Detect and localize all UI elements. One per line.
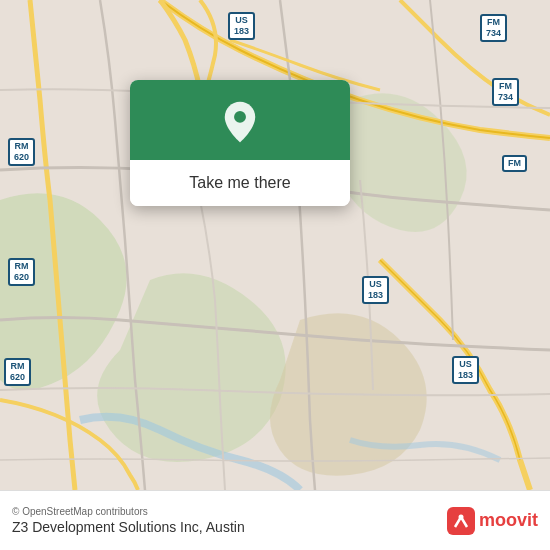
popup-card: Take me there	[130, 80, 350, 206]
map-container: US183 FM734 FM734 RM620 FM RM620 US183 R…	[0, 0, 550, 490]
place-title: Z3 Development Solutions Inc, Austin	[12, 519, 245, 535]
road-sign-rm620-3: RM620	[4, 358, 31, 386]
moovit-icon	[447, 507, 475, 535]
svg-point-3	[458, 514, 463, 519]
road-sign-rm620-2: RM620	[8, 258, 35, 286]
location-pin-icon	[218, 100, 262, 144]
road-sign-us183-lower: US183	[362, 276, 389, 304]
osm-attribution: © OpenStreetMap contributors	[12, 506, 245, 517]
road-sign-rm620-1: RM620	[8, 138, 35, 166]
moovit-logo: moovit	[447, 507, 538, 535]
svg-rect-2	[447, 507, 475, 535]
svg-point-1	[234, 111, 246, 123]
road-sign-us183-right: US183	[452, 356, 479, 384]
road-sign-fm734-right: FM734	[492, 78, 519, 106]
bottom-left-info: © OpenStreetMap contributors Z3 Developm…	[12, 506, 245, 535]
bottom-bar: © OpenStreetMap contributors Z3 Developm…	[0, 490, 550, 550]
road-sign-fm-right: FM	[502, 155, 527, 172]
popup-green-header	[130, 80, 350, 160]
take-me-there-button[interactable]: Take me there	[130, 160, 350, 206]
moovit-text: moovit	[479, 510, 538, 531]
road-sign-fm734-top: FM734	[480, 14, 507, 42]
road-sign-us183-top: US183	[228, 12, 255, 40]
